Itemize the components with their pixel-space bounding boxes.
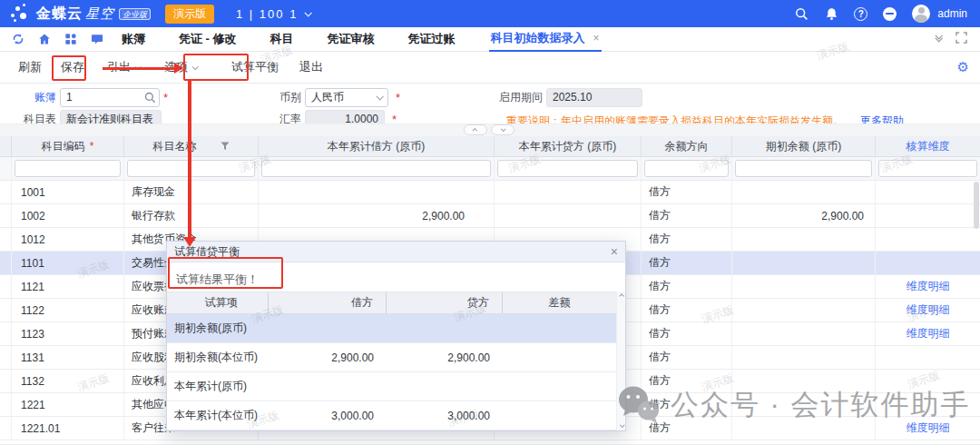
cell-dimension-link[interactable]: 维度明细	[876, 417, 980, 440]
annotation-arrow-right	[103, 67, 175, 70]
header-direction[interactable]: 余额方向	[642, 136, 732, 156]
menu-item-voucher-edit[interactable]: 凭证 - 修改	[179, 31, 237, 47]
code-filter-input[interactable]	[15, 160, 121, 177]
credit-filter-input[interactable]	[497, 160, 638, 177]
dialog-cell-debit: 3,000.00	[269, 401, 387, 430]
dialog-cell-diff	[503, 343, 616, 371]
cell-dimension-link[interactable]	[876, 252, 980, 274]
collapse-tabs-icon[interactable]	[936, 36, 941, 42]
header-opening-balance[interactable]: 期初余额 (原币)	[732, 136, 876, 156]
cell-direction: 借方	[642, 228, 732, 251]
filter-funnel-icon[interactable]	[220, 142, 230, 151]
header-account-name[interactable]: 科目名称	[124, 136, 259, 156]
org-switcher[interactable]: 1 | 100 1	[236, 7, 310, 21]
cell-dimension-link[interactable]	[876, 346, 980, 369]
cell-direction: 借方	[642, 322, 732, 345]
opening-filter-input[interactable]	[735, 160, 872, 177]
tab-initial-data-entry[interactable]: 科目初始数据录入 ×	[489, 27, 602, 52]
grid-filter-row	[0, 157, 980, 181]
header-dimension[interactable]: 核算维度	[876, 136, 980, 156]
dimension-filter-input[interactable]	[878, 160, 977, 177]
header-label: 本年累计借方 (原币)	[328, 139, 425, 154]
menu-item-account[interactable]: 科目	[270, 31, 294, 47]
dialog-row[interactable]: 期初余额(本位币) 2,900.00 2,900.00	[167, 343, 625, 372]
cell-account-code: 1012	[12, 228, 124, 251]
cell-opening: 2,900.00	[732, 204, 876, 227]
cell-account-code: 1122	[12, 299, 124, 321]
cell-dimension-link[interactable]	[876, 228, 980, 251]
header-account-code[interactable]: 科目编码*	[12, 136, 124, 156]
dialog-cell-credit	[387, 372, 503, 400]
cell-account-code: 1123	[12, 322, 124, 345]
dialog-row-selected[interactable]: 期初余额(原币)	[167, 314, 625, 343]
cell-direction: 借方	[642, 252, 732, 274]
help-icon[interactable]: ?	[854, 7, 867, 21]
debit-filter-input[interactable]	[261, 160, 491, 177]
annotation-box-save	[52, 55, 86, 81]
cell-ytd-debit	[259, 181, 495, 203]
dialog-cell-debit: 2,900.00	[269, 343, 387, 371]
table-row[interactable]: 1002 银行存款 2,900.00 借方 2,900.00	[0, 204, 980, 228]
dialog-row[interactable]: 本年累计(本位币) 3,000.00 3,000.00	[167, 401, 625, 430]
exit-button[interactable]: 退出	[299, 59, 323, 75]
gear-icon[interactable]: ⚙	[957, 59, 969, 75]
cell-dimension-link[interactable]	[876, 370, 980, 392]
menu-item-voucher-audit[interactable]: 凭证审核	[328, 31, 375, 47]
cell-dimension-link[interactable]	[876, 393, 980, 416]
cell-opening	[732, 252, 876, 274]
apps-grid-icon[interactable]	[64, 33, 77, 45]
header-label: 本年累计贷方 (原币)	[519, 139, 616, 154]
refresh-button[interactable]: 刷新	[18, 59, 42, 75]
cell-account-code: 1221	[12, 393, 124, 416]
cell-opening	[732, 417, 876, 440]
message-icon[interactable]	[91, 33, 103, 45]
dialog-close-icon[interactable]: ×	[611, 245, 618, 258]
menu-item-ledger[interactable]: 账簿	[122, 31, 145, 47]
book-label[interactable]: 账簿	[0, 88, 56, 107]
dialog-cell-item: 期初余额(原币)	[167, 314, 269, 342]
cell-dimension-link[interactable]: 维度明细	[876, 322, 980, 345]
cell-dimension-link[interactable]	[876, 204, 980, 227]
cell-direction: 借方	[642, 346, 732, 369]
period-value: 2025.10	[546, 88, 642, 107]
collapse-up-button[interactable]	[464, 124, 487, 135]
tab-bar: 账簿 凭证 - 修改 科目 凭证审核 凭证过账 科目初始数据录入 ×	[0, 27, 980, 52]
direction-filter-input[interactable]	[644, 160, 729, 177]
header-ytd-credit[interactable]: 本年累计贷方 (原币)	[495, 136, 642, 156]
dialog-scrollbar[interactable]	[616, 292, 625, 430]
cell-dimension-link[interactable]	[876, 181, 980, 203]
cell-account-code: 1131	[12, 346, 124, 369]
cell-account-code: 1001	[12, 181, 124, 203]
header-ytd-debit[interactable]: 本年累计借方 (原币)	[259, 136, 495, 156]
currency-select[interactable]: 人民币	[305, 88, 388, 107]
sync-icon[interactable]	[12, 33, 24, 45]
collapse-down-button[interactable]	[491, 124, 514, 135]
table-row[interactable]: 1001 库存现金 借方	[0, 181, 980, 204]
dialog-cell-credit: 2,900.00	[387, 343, 503, 371]
cell-dimension-link[interactable]: 维度明细	[876, 299, 980, 321]
lookup-search-icon[interactable]	[144, 92, 156, 104]
dialog-cell-debit	[269, 314, 387, 342]
tab-close-icon[interactable]: ×	[593, 32, 600, 44]
cell-opening	[732, 181, 876, 203]
dialog-row[interactable]: 本年累计(原币)	[167, 372, 625, 401]
avatar[interactable]	[912, 5, 930, 23]
search-icon[interactable]	[794, 6, 808, 21]
cell-opening	[732, 299, 876, 321]
cell-opening	[732, 322, 876, 345]
cell-dimension-link[interactable]: 维度明细	[876, 275, 980, 298]
dialog-cell-credit	[387, 314, 503, 342]
annotation-box-trial-balance	[183, 54, 249, 81]
cell-opening	[732, 275, 876, 298]
bell-icon[interactable]	[824, 6, 838, 21]
fullscreen-icon[interactable]	[956, 32, 967, 46]
home-icon[interactable]	[38, 33, 51, 45]
partial-row	[0, 440, 980, 445]
annotation-arrow-down-head	[183, 237, 196, 247]
do-not-disturb-icon[interactable]	[883, 7, 897, 21]
header-label: 期初余额 (原币)	[766, 139, 841, 154]
grid-scrollbar[interactable]	[974, 182, 979, 229]
cell-account-code: 1221.01	[12, 417, 124, 440]
menu-item-voucher-post[interactable]: 凭证过账	[408, 31, 456, 47]
dialog-header-diff: 差额	[503, 292, 616, 313]
